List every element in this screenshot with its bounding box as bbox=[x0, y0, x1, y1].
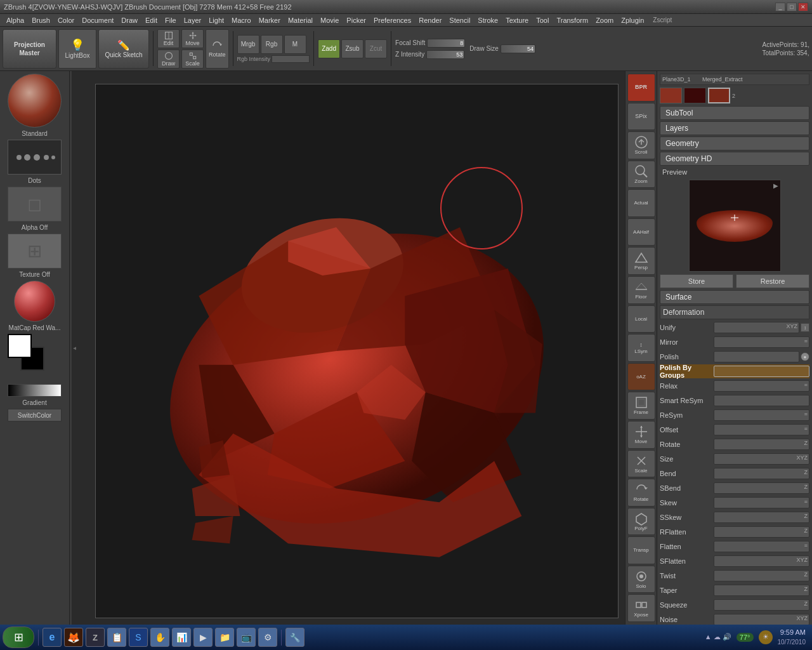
minimize-btn[interactable]: _ bbox=[775, 3, 785, 11]
zoom-button[interactable]: Zoom bbox=[627, 161, 655, 189]
size-slider[interactable]: XYZ bbox=[714, 453, 809, 465]
taskbar-ie[interactable]: e bbox=[43, 628, 62, 647]
transp-button[interactable]: Transp bbox=[627, 536, 655, 564]
oaz-button[interactable]: oAZ bbox=[627, 363, 655, 391]
mirror-slider[interactable]: = bbox=[714, 336, 809, 348]
menu-alpha[interactable]: Alpha bbox=[3, 15, 28, 25]
menu-brush[interactable]: Brush bbox=[28, 15, 54, 25]
frame-button[interactable]: Frame bbox=[627, 392, 655, 420]
sbend-slider[interactable]: Z bbox=[714, 482, 809, 494]
viewport[interactable] bbox=[95, 84, 619, 618]
smart-resym-slider[interactable] bbox=[714, 395, 809, 406]
rflatten-slider[interactable]: Z bbox=[714, 526, 809, 538]
rgb-intensity-slider[interactable] bbox=[272, 55, 310, 63]
subtool-thumb-active[interactable] bbox=[708, 88, 730, 103]
menu-stroke[interactable]: Stroke bbox=[474, 15, 502, 25]
bend-slider[interactable]: Z bbox=[714, 468, 809, 479]
sskew-slider[interactable]: Z bbox=[714, 512, 809, 523]
polyf-button[interactable]: PolyF bbox=[627, 508, 655, 536]
weather-icon[interactable]: ☀ bbox=[759, 630, 773, 644]
menu-color[interactable]: Color bbox=[54, 15, 78, 25]
geometry-hd-header[interactable]: Geometry HD bbox=[660, 152, 809, 166]
store-button[interactable]: Store bbox=[660, 274, 733, 288]
restore-button[interactable]: Restore bbox=[736, 274, 809, 288]
draw-size-slider[interactable]: 54 bbox=[501, 44, 535, 53]
maximize-btn[interactable]: □ bbox=[787, 3, 797, 11]
taskbar-zbrush[interactable]: Z bbox=[86, 628, 105, 647]
taskbar-media[interactable]: ▶ bbox=[193, 628, 213, 647]
mrgb-button[interactable]: Mrgb bbox=[237, 35, 259, 54]
menu-light[interactable]: Light bbox=[205, 15, 228, 25]
offset-slider[interactable]: = bbox=[714, 424, 809, 435]
lsym-button[interactable]: ↕LSym bbox=[627, 334, 655, 362]
taper-slider[interactable]: Z bbox=[714, 585, 809, 596]
polish-slider[interactable] bbox=[714, 351, 799, 362]
dots-preview[interactable] bbox=[8, 140, 62, 175]
rgb-button[interactable]: Rgb bbox=[261, 35, 283, 54]
lightbox-button[interactable]: 💡 LightBox bbox=[58, 29, 96, 69]
edit-button[interactable]: Edit bbox=[157, 29, 180, 48]
subtool-thumb-2[interactable] bbox=[684, 88, 706, 103]
deformation-header[interactable]: Deformation bbox=[660, 305, 809, 319]
preview-expand[interactable]: ▶ bbox=[773, 182, 778, 189]
menu-material[interactable]: Material bbox=[284, 15, 317, 25]
relax-slider[interactable]: = bbox=[714, 380, 809, 392]
taskbar-skype[interactable]: S bbox=[129, 628, 148, 647]
unify-slider[interactable]: XYZ bbox=[714, 322, 799, 333]
menu-preferences[interactable]: Preferences bbox=[370, 15, 415, 25]
rotate-view-button[interactable]: Rotate bbox=[627, 479, 655, 507]
local-button[interactable]: Local bbox=[627, 305, 655, 333]
material-preview[interactable] bbox=[8, 74, 62, 128]
skew-slider[interactable]: = bbox=[714, 497, 809, 508]
floor-button[interactable]: Floor bbox=[627, 276, 655, 304]
polish-groups-slider[interactable] bbox=[714, 366, 809, 377]
solo-button[interactable]: Solo bbox=[627, 566, 655, 594]
start-button[interactable]: ⊞ bbox=[3, 627, 34, 648]
scale-button[interactable]: Scale bbox=[181, 50, 204, 69]
menu-file[interactable]: File bbox=[161, 15, 180, 25]
texture-preview[interactable]: ⊞ bbox=[8, 234, 62, 269]
taskbar-hand[interactable]: ✋ bbox=[150, 628, 169, 647]
noise-slider[interactable]: XYZ bbox=[714, 614, 809, 625]
menu-document[interactable]: Document bbox=[78, 15, 117, 25]
menu-render[interactable]: Render bbox=[415, 15, 445, 25]
taskbar-misc[interactable]: 🔧 bbox=[285, 628, 304, 647]
spix-button[interactable]: SPix bbox=[627, 103, 655, 131]
menu-stencil[interactable]: Stencil bbox=[445, 15, 474, 25]
taskbar-settings[interactable]: ⚙ bbox=[258, 628, 277, 647]
menu-transform[interactable]: Transform bbox=[553, 15, 592, 25]
menu-zoom[interactable]: Zoom bbox=[592, 15, 617, 25]
gradient-preview[interactable] bbox=[8, 384, 62, 397]
menu-zplugin[interactable]: Zplugin bbox=[617, 15, 648, 25]
menu-tool[interactable]: Tool bbox=[532, 15, 553, 25]
taskbar-firefox[interactable]: 🦊 bbox=[64, 628, 83, 647]
zsub-button[interactable]: Zsub bbox=[341, 39, 363, 58]
zcut-button[interactable]: Zcut bbox=[365, 39, 387, 58]
menu-macro[interactable]: Macro bbox=[228, 15, 255, 25]
rotate-slider[interactable]: Z bbox=[714, 439, 809, 450]
focal-shift-slider[interactable]: 8 bbox=[427, 39, 465, 48]
taskbar-folder[interactable]: 📁 bbox=[215, 628, 234, 647]
draw-button[interactable]: Draw bbox=[157, 50, 180, 69]
sflatten-slider[interactable]: XYZ bbox=[714, 555, 809, 567]
aahalf-button[interactable]: AAHalf bbox=[627, 218, 655, 246]
scale-view-button[interactable]: Scale bbox=[627, 450, 655, 478]
resym-slider[interactable]: = bbox=[714, 409, 809, 421]
scroll-button[interactable]: Scroll bbox=[627, 131, 655, 159]
polish-circular-btn[interactable]: ● bbox=[801, 352, 809, 361]
actual-button[interactable]: Actual bbox=[627, 189, 655, 217]
subtool-thumb-1[interactable] bbox=[660, 88, 682, 103]
subtool-header[interactable]: SubTool bbox=[660, 106, 809, 120]
menu-marker[interactable]: Marker bbox=[255, 15, 284, 25]
quick-sketch-button[interactable]: ✏️ Quick Sketch bbox=[98, 29, 149, 69]
projection-master-button[interactable]: Projection Master bbox=[3, 29, 56, 69]
unify-btn[interactable]: ↕ bbox=[801, 323, 809, 332]
layers-header[interactable]: Layers bbox=[660, 121, 809, 135]
matcap-preview[interactable] bbox=[14, 281, 55, 322]
canvas-area[interactable] bbox=[76, 71, 625, 625]
zscript-label[interactable]: Zscript bbox=[653, 17, 672, 23]
flatten-slider[interactable]: = bbox=[714, 541, 809, 552]
squeeze-slider[interactable]: Z bbox=[714, 599, 809, 611]
model-viewport[interactable] bbox=[96, 84, 618, 618]
move-view-button[interactable]: Move bbox=[627, 421, 655, 449]
